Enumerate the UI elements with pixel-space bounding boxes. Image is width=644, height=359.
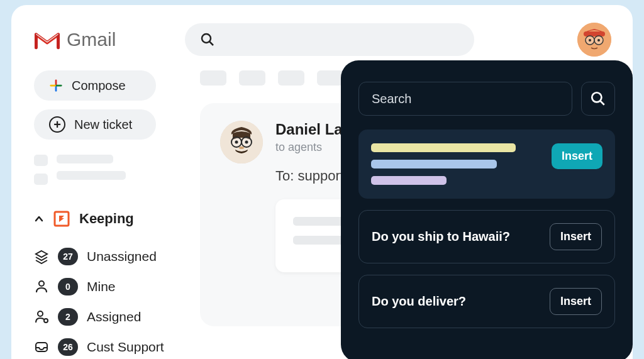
nav-label: Unassigned bbox=[87, 249, 157, 264]
section-header-keeping[interactable]: Keeping bbox=[34, 210, 185, 228]
insert-button-primary[interactable]: Insert bbox=[552, 143, 602, 169]
search-icon bbox=[200, 32, 215, 47]
canned-response-panel: Search Insert Do you ship to Hawaii? Ins… bbox=[341, 60, 633, 359]
suggestion-item[interactable]: Do you ship to Hawaii? Insert bbox=[358, 210, 615, 263]
nav-label: Cust Support bbox=[87, 340, 164, 355]
new-ticket-label: New ticket bbox=[74, 118, 132, 132]
count-badge: 0 bbox=[58, 278, 78, 295]
insert-button[interactable]: Insert bbox=[550, 223, 602, 250]
svg-point-9 bbox=[589, 39, 591, 41]
svg-rect-4 bbox=[584, 31, 605, 36]
stack-icon bbox=[34, 249, 49, 264]
suggestion-preview bbox=[371, 143, 543, 185]
svg-line-30 bbox=[600, 101, 604, 105]
svg-point-28 bbox=[239, 146, 244, 149]
header: Gmail bbox=[11, 23, 633, 57]
count-badge: 2 bbox=[58, 308, 78, 326]
plus-multicolor-icon bbox=[49, 79, 63, 92]
svg-point-10 bbox=[597, 39, 600, 41]
count-badge: 27 bbox=[58, 248, 78, 265]
app-title: Gmail bbox=[67, 29, 116, 50]
nav-label: Mine bbox=[87, 279, 116, 294]
popup-search-input[interactable]: Search bbox=[358, 82, 572, 116]
section-label: Keeping bbox=[79, 211, 134, 227]
sidebar-item-cust-support[interactable]: 26 Cust Support bbox=[34, 332, 185, 359]
sidebar-item-unassigned[interactable]: 27 Unassigned bbox=[34, 241, 185, 272]
sidebar: Compose New ticket bbox=[11, 70, 200, 359]
plus-circle-icon bbox=[49, 116, 65, 133]
search-icon bbox=[590, 91, 606, 107]
gmail-logo: Gmail bbox=[34, 29, 116, 50]
popup-search-placeholder: Search bbox=[372, 92, 411, 106]
suggestion-text: Do you deliver? bbox=[372, 294, 541, 309]
chevron-up-icon bbox=[34, 214, 44, 224]
gmail-m-icon bbox=[34, 30, 60, 50]
sidebar-item-assigned[interactable]: 2 Assigned bbox=[34, 302, 185, 332]
tab-placeholder[interactable] bbox=[239, 70, 265, 86]
count-badge: 26 bbox=[58, 338, 78, 356]
tab-placeholder[interactable] bbox=[200, 70, 226, 86]
compose-label: Compose bbox=[72, 79, 126, 93]
compose-button[interactable]: Compose bbox=[34, 70, 156, 101]
suggestion-highlighted[interactable]: Insert bbox=[358, 130, 615, 199]
svg-point-16 bbox=[39, 281, 44, 286]
svg-point-17 bbox=[38, 311, 43, 316]
person-assign-icon bbox=[34, 309, 49, 324]
popup-search-button[interactable] bbox=[581, 82, 615, 116]
svg-line-2 bbox=[209, 41, 213, 45]
profile-avatar[interactable] bbox=[577, 23, 611, 57]
nav-label: Assigned bbox=[87, 309, 141, 324]
svg-point-18 bbox=[44, 319, 48, 323]
sender-avatar[interactable] bbox=[220, 121, 263, 163]
new-ticket-button[interactable]: New ticket bbox=[34, 109, 156, 140]
suggestion-item[interactable]: Do you deliver? Insert bbox=[358, 275, 615, 328]
tab-placeholder[interactable] bbox=[278, 70, 304, 86]
svg-point-29 bbox=[592, 92, 601, 102]
svg-point-27 bbox=[245, 141, 248, 144]
keeping-icon bbox=[53, 210, 70, 228]
tab-placeholder[interactable] bbox=[317, 70, 343, 86]
placeholder-nav bbox=[34, 155, 185, 185]
search-input[interactable] bbox=[185, 23, 474, 56]
svg-point-1 bbox=[202, 34, 211, 43]
sidebar-item-mine[interactable]: 0 Mine bbox=[34, 272, 185, 302]
suggestion-text: Do you ship to Hawaii? bbox=[372, 229, 541, 244]
insert-button[interactable]: Insert bbox=[550, 288, 602, 315]
inbox-icon bbox=[34, 340, 49, 355]
person-icon bbox=[34, 279, 49, 294]
svg-point-26 bbox=[235, 141, 238, 144]
